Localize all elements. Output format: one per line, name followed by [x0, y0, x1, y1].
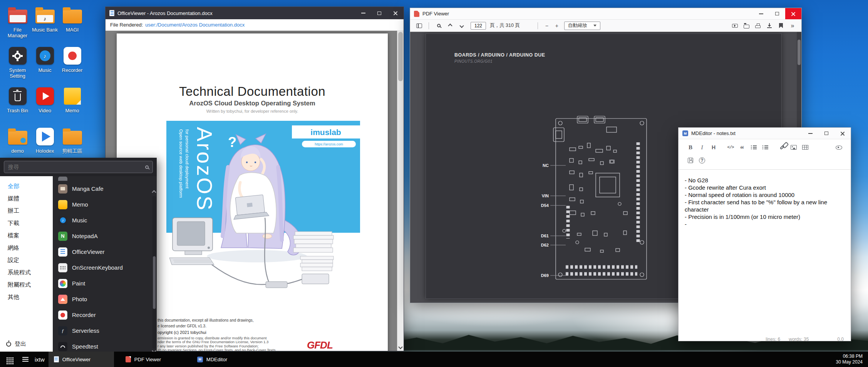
app-item-notepada[interactable]: NNotepadA [53, 228, 157, 244]
bold-button[interactable]: B [685, 142, 696, 152]
minimize-button[interactable] [753, 8, 769, 19]
scrollbar-thumb[interactable] [153, 256, 156, 309]
page-number-input[interactable] [471, 22, 486, 30]
link-button[interactable] [776, 142, 788, 152]
clock[interactable]: 06:38 PM 30 May 2024 [836, 354, 868, 365]
zoom-in-button[interactable]: + [553, 21, 561, 30]
category-other[interactable]: 其他 [0, 291, 53, 303]
logout-button[interactable]: 登出 [6, 340, 26, 348]
maximize-button[interactable] [371, 7, 387, 19]
desktop-icon-system-setting[interactable]: System Setting [4, 46, 31, 86]
office-scrollbar[interactable] [397, 31, 404, 351]
minimize-button[interactable] [355, 7, 371, 19]
app-item-recorder[interactable]: Recorder [53, 307, 157, 323]
pdf-breadcrumb: BOARDS / ARDUINO / ARDUINO DUE [454, 52, 545, 58]
category-download[interactable]: 下載 [0, 217, 53, 229]
maximize-button[interactable] [818, 128, 834, 139]
presentation-mode-button[interactable] [730, 21, 740, 30]
app-list-scrollbar[interactable] [152, 196, 156, 349]
image-button[interactable] [788, 142, 799, 152]
desktop-icon-recorder[interactable]: Recorder [59, 46, 86, 86]
clock-time: 06:38 PM [836, 354, 863, 359]
search-icon [145, 165, 149, 169]
editor-line: character [685, 206, 845, 213]
category-files[interactable]: 檔案 [0, 229, 53, 242]
print-button[interactable] [753, 21, 763, 30]
scrollbar-thumb[interactable] [798, 40, 801, 65]
help-button[interactable]: ? [696, 155, 708, 165]
zoom-out-button[interactable]: − [543, 21, 551, 30]
license-line: e licensed under GFDL v1.3. [158, 324, 206, 328]
folder-icon [63, 131, 82, 145]
officeviewer-titlebar[interactable]: OfficeViewer - Arozos Documentation.docx [106, 7, 404, 19]
app-item-officeviewer[interactable]: OfficeViewer [53, 244, 157, 260]
open-file-button[interactable] [741, 21, 751, 30]
category-office[interactable]: 辦工 [0, 205, 53, 217]
desktop-icon-music[interactable]: ♪ Music [31, 46, 59, 86]
code-button[interactable]: </> [725, 142, 736, 152]
search-button[interactable] [434, 21, 444, 30]
category-settings[interactable]: 設定 [0, 254, 53, 266]
minimize-button[interactable] [802, 128, 818, 139]
desktop-icon-grid: File Manager ♪ Music Bank MAGI System Se… [4, 5, 86, 167]
desktop-icon-memo[interactable]: Memo [59, 86, 86, 127]
app-item-partial[interactable] [53, 176, 157, 181]
status-cursor: 0.0 [837, 336, 844, 343]
trash-icon [9, 87, 27, 105]
desktop-icon-label: Music Bank [31, 27, 59, 33]
bullet-list-button[interactable] [748, 142, 759, 152]
italic-button[interactable]: I [696, 142, 708, 152]
app-item-paint[interactable]: Paint [53, 275, 157, 291]
pdf-icon [414, 11, 419, 17]
more-tools-button[interactable]: » [788, 21, 798, 30]
table-button[interactable] [799, 142, 811, 152]
menu-button[interactable] [17, 352, 34, 367]
category-network[interactable]: 網絡 [0, 242, 53, 254]
next-page-button[interactable] [457, 21, 467, 30]
desktop-icon-music-bank[interactable]: ♪ Music Bank [31, 5, 59, 46]
scrollbar-thumb[interactable] [398, 32, 403, 81]
close-button[interactable] [834, 128, 851, 139]
app-item-speedtest[interactable]: Speedtest [53, 339, 157, 352]
document-icon [58, 247, 67, 257]
close-button[interactable] [387, 7, 404, 19]
taskbar-button-pdf-viewer[interactable]: PDF Viewer [120, 352, 186, 367]
scroll-down-button[interactable] [397, 343, 404, 351]
bookmark-button[interactable] [776, 21, 786, 30]
category-accessories[interactable]: 附屬程式 [0, 279, 53, 291]
start-button[interactable] [0, 352, 17, 367]
desktop-icon-magi[interactable]: MAGI [59, 5, 86, 46]
close-button[interactable] [785, 8, 801, 19]
app-item-manga-cafe[interactable]: Manga Cafe [53, 181, 157, 197]
quote-button[interactable]: “ [736, 142, 748, 152]
app-item-memo[interactable]: Memo [53, 197, 157, 212]
heading-button[interactable]: H [708, 142, 719, 152]
desktop-icon-video[interactable]: Video [31, 86, 59, 127]
mdeditor-titlebar[interactable]: M MDEditor - notes.txt [679, 128, 851, 139]
app-item-music[interactable]: ♪Music [53, 212, 157, 228]
app-item-photo[interactable]: Photo [53, 291, 157, 307]
pdf-titlebar[interactable]: PDF Viewer [410, 8, 801, 20]
save-button[interactable] [685, 155, 696, 165]
maximize-button[interactable] [769, 8, 785, 19]
category-all[interactable]: 全部 [0, 180, 53, 192]
preview-button[interactable] [833, 142, 845, 152]
editor-textarea[interactable]: - No G28 - Gcode rewrite after Cura exor… [679, 170, 851, 342]
category-system[interactable]: 系統程式 [0, 266, 53, 279]
editor-line: - [685, 220, 845, 228]
app-item-onscreenkeyboard[interactable]: OnScreenKeyboard [53, 260, 157, 275]
previous-page-button[interactable] [445, 21, 455, 30]
numbered-list-button[interactable] [759, 142, 771, 152]
gauge-icon [58, 342, 67, 351]
desktop-icon-trash-bin[interactable]: Trash Bin [4, 86, 31, 127]
category-media[interactable]: 媒體 [0, 192, 53, 205]
search-input[interactable] [8, 164, 145, 170]
zoom-select[interactable]: 自動縮放 [564, 22, 600, 30]
taskbar-button-mdeditor[interactable]: M MDEditor [192, 352, 257, 367]
app-item-serverless[interactable]: ƒServerless [53, 323, 157, 339]
file-path-link[interactable]: user:/Document/Arozos Documentation.docx [145, 22, 245, 28]
download-button[interactable] [764, 21, 774, 30]
sidebar-toggle-button[interactable] [414, 21, 424, 30]
desktop-icon-file-manager[interactable]: File Manager [4, 5, 31, 46]
taskbar-button-officeviewer[interactable]: OfficeViewer [49, 352, 114, 367]
